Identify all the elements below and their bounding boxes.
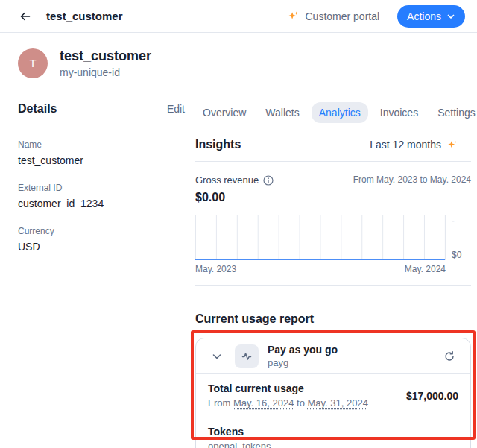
total-usage-label: Total current usage bbox=[208, 381, 368, 396]
back-button[interactable] bbox=[16, 7, 34, 25]
period-end-date[interactable]: May. 31, 2024 bbox=[307, 397, 367, 408]
chart-x-axis: May. 2023 May. 2024 bbox=[195, 264, 471, 274]
tab-overview[interactable]: Overview bbox=[195, 102, 253, 123]
arrow-left-icon bbox=[19, 10, 31, 22]
tab-settings[interactable]: Settings bbox=[430, 102, 477, 123]
customer-name: test_customer bbox=[60, 48, 151, 64]
period-selector-label: Last 12 months bbox=[370, 139, 441, 151]
top-bar-left: test_customer bbox=[16, 7, 123, 25]
period-to-word: to bbox=[297, 397, 305, 408]
plan-icon-badge bbox=[235, 344, 259, 368]
y-tick-zero: $0 bbox=[452, 250, 461, 260]
gross-revenue-period: From May. 2023 to May. 2024 bbox=[353, 174, 471, 185]
detail-field-name: Name test_customer bbox=[18, 139, 185, 168]
x-tick-start: May. 2023 bbox=[195, 264, 236, 274]
gross-revenue-label-group: Gross revenue bbox=[195, 174, 274, 186]
page-title: test_customer bbox=[46, 10, 123, 22]
field-value: USD bbox=[18, 239, 185, 254]
chart-plot-area bbox=[195, 215, 446, 260]
plan-name: Pay as you go bbox=[268, 343, 338, 356]
charge-code: openai_tokens bbox=[208, 440, 271, 448]
edit-button[interactable]: Edit bbox=[167, 103, 185, 115]
x-tick-end: May. 2024 bbox=[405, 264, 446, 274]
period-selector[interactable]: Last 12 months bbox=[365, 138, 462, 151]
gross-revenue-amount: $0.00 bbox=[195, 191, 471, 204]
field-label: Name bbox=[18, 139, 185, 151]
sparkle-icon bbox=[288, 10, 299, 22]
chevron-down-icon bbox=[446, 12, 455, 21]
field-label: External ID bbox=[18, 182, 185, 194]
tab-invoices[interactable]: Invoices bbox=[373, 102, 426, 123]
gross-revenue-chart: - $0 bbox=[195, 215, 471, 260]
sparkle-icon bbox=[447, 139, 458, 150]
details-title: Details bbox=[18, 102, 57, 116]
actions-button-label: Actions bbox=[407, 10, 441, 22]
period-start-date[interactable]: May. 16, 2024 bbox=[233, 397, 294, 408]
refresh-icon bbox=[443, 350, 455, 362]
details-panel: Details Edit Name test_customer External… bbox=[18, 102, 185, 254]
gross-revenue-label: Gross revenue bbox=[195, 174, 259, 186]
total-usage-row: Total current usage From May. 16, 2024 t… bbox=[196, 374, 470, 417]
usage-report-title: Current usage report bbox=[195, 312, 471, 326]
insights-header: Insights Last 12 months bbox=[195, 138, 471, 162]
charge-info: Tokens openai_tokens bbox=[208, 424, 271, 448]
charge-name: Tokens bbox=[208, 424, 271, 439]
refresh-button[interactable] bbox=[440, 347, 458, 365]
total-usage-amount: $17,000.00 bbox=[406, 390, 458, 402]
tab-analytics[interactable]: Analytics bbox=[312, 102, 368, 123]
customer-identity: test_customer my-unique-id bbox=[60, 48, 151, 78]
tab-bar: Overview Wallets Analytics Invoices Sett… bbox=[195, 102, 471, 123]
avatar: T bbox=[18, 48, 48, 78]
field-label: Currency bbox=[18, 225, 185, 237]
insights-title: Insights bbox=[195, 138, 241, 151]
customer-portal-label: Customer portal bbox=[305, 10, 379, 22]
info-icon[interactable] bbox=[263, 175, 274, 186]
avatar-initial: T bbox=[29, 57, 36, 69]
plan-info: Pay as you go payg bbox=[268, 343, 338, 369]
main-panel: Overview Wallets Analytics Invoices Sett… bbox=[195, 102, 471, 448]
customer-header: T test_customer my-unique-id bbox=[18, 48, 459, 78]
actions-button[interactable]: Actions bbox=[397, 5, 465, 28]
usage-card: Pay as you go payg Total current usag bbox=[195, 338, 471, 448]
chevron-down-icon bbox=[211, 350, 223, 362]
top-bar: test_customer Customer portal Actions bbox=[0, 0, 477, 33]
customer-page: test_customer Customer portal Actions T … bbox=[0, 0, 477, 448]
detail-field-external-id: External ID customer_id_1234 bbox=[18, 182, 185, 211]
usage-card-wrap: Pay as you go payg Total current usag bbox=[195, 338, 471, 448]
gross-revenue-section: Gross revenue From May. 2023 to May. 202… bbox=[195, 174, 471, 286]
field-value: customer_id_1234 bbox=[18, 196, 185, 211]
field-value: test_customer bbox=[18, 153, 185, 168]
gross-revenue-header: Gross revenue From May. 2023 to May. 202… bbox=[195, 174, 471, 186]
customer-portal-button[interactable]: Customer portal bbox=[283, 10, 384, 23]
total-usage-info: Total current usage From May. 16, 2024 t… bbox=[208, 381, 368, 410]
content-columns: Details Edit Name test_customer External… bbox=[18, 102, 471, 448]
plan-code: payg bbox=[268, 356, 338, 369]
pulse-icon bbox=[241, 350, 253, 362]
charge-row: Tokens openai_tokens bbox=[196, 417, 470, 448]
usage-card-header[interactable]: Pay as you go payg bbox=[196, 338, 470, 374]
tab-wallets[interactable]: Wallets bbox=[258, 102, 306, 123]
top-bar-right: Customer portal Actions bbox=[283, 5, 465, 28]
customer-unique-id: my-unique-id bbox=[60, 66, 151, 78]
details-header: Details Edit bbox=[18, 102, 185, 124]
y-tick-max: - bbox=[452, 215, 455, 226]
period-from-word: From bbox=[208, 397, 230, 408]
total-usage-period: From May. 16, 2024 to May. 31, 2024 bbox=[208, 397, 368, 410]
collapse-toggle-button[interactable] bbox=[208, 347, 226, 365]
chart-zero-line bbox=[195, 259, 445, 260]
section-divider bbox=[195, 285, 471, 286]
chart-y-axis: - $0 bbox=[452, 215, 471, 260]
detail-field-currency: Currency USD bbox=[18, 225, 185, 254]
